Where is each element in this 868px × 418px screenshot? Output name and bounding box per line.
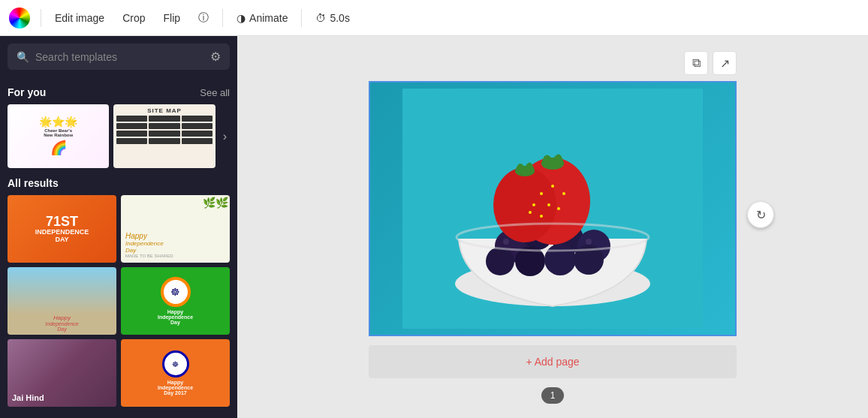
page-number: 1	[550, 390, 556, 401]
text-2017: HappyIndependenceDay 2017	[158, 380, 193, 395]
ashoka-circle: ☸	[161, 277, 191, 307]
svg-point-18	[562, 192, 565, 195]
svg-point-10	[503, 239, 509, 245]
leaves-icon: 🌿🌿	[203, 197, 228, 209]
share-icon: ↗	[720, 56, 730, 71]
template-happy-2017[interactable]: ☸ HappyIndependenceDay 2017	[121, 339, 230, 407]
toolbar-divider-2	[222, 9, 223, 27]
svg-point-15	[493, 167, 556, 242]
add-page-label: + Add page	[526, 356, 579, 368]
template-happy-ind1[interactable]: 🌿🌿 Happy Independence Day MADE TO BE SHA…	[121, 195, 230, 263]
filter-icon[interactable]: ⚙	[210, 50, 221, 64]
for-you-template-row: 🌟⭐🌟 Cheer Bear'sNew Rainbow 🌈 SITE MAP	[8, 104, 230, 168]
sidebar: 🔍 ⚙ For you See all 🌟⭐🌟 Cheer Bear'sNew …	[0, 36, 237, 418]
happy-text-2: HappyIndependenceDay	[158, 309, 193, 325]
clock-icon: ⏱	[315, 12, 326, 24]
ind-text-2: Independence	[125, 240, 164, 247]
canvas-image[interactable]	[369, 81, 737, 336]
sub-text-1: MADE TO BE SHARED	[125, 254, 173, 258]
info-icon: ⓘ	[198, 11, 209, 25]
search-icon: 🔍	[17, 51, 29, 63]
duration-button[interactable]: ⏱ 5.0s	[308, 8, 357, 28]
duplicate-icon: ⧉	[692, 56, 701, 70]
template-jai-hind[interactable]: Jai Hind	[8, 339, 116, 407]
canvas-area: ⧉ ↗	[237, 36, 868, 418]
svg-point-7	[544, 244, 576, 275]
animate-label: Animate	[249, 12, 288, 24]
share-button[interactable]: ↗	[713, 51, 737, 75]
duplicate-button[interactable]: ⧉	[684, 51, 708, 75]
svg-point-9	[486, 247, 514, 275]
svg-point-13	[586, 239, 592, 245]
all-results-title: All results	[8, 177, 59, 189]
ind-number: 71ST	[46, 215, 78, 228]
rainbow-title: Cheer Bear'sNew Rainbow	[44, 128, 73, 137]
flip-button[interactable]: Flip	[156, 8, 188, 28]
color-palette-button[interactable]	[9, 8, 30, 29]
toolbar-divider-1	[41, 9, 41, 27]
search-bar: 🔍 ⚙	[8, 44, 230, 70]
add-page-bar[interactable]: + Add page	[369, 345, 737, 378]
svg-point-22	[529, 211, 532, 214]
wheel-circle: ☸	[162, 350, 189, 377]
search-input[interactable]	[35, 51, 204, 63]
crop-button[interactable]: Crop	[115, 8, 152, 28]
for-you-section-header: For you See all	[8, 86, 230, 98]
svg-point-20	[557, 207, 560, 210]
animate-icon: ◑	[237, 12, 246, 24]
animate-button[interactable]: ◑ Animate	[229, 8, 295, 28]
svg-point-16	[540, 192, 543, 195]
ashoka-wheel: ☸	[170, 286, 180, 298]
template-taj[interactable]: Happy Independence Day	[8, 267, 116, 335]
canvas-wrapper: ⧉ ↗	[369, 51, 737, 378]
template-independence1[interactable]: 71ST INDEPENDENCEDAY	[8, 195, 116, 263]
duration-label: 5.0s	[330, 12, 349, 24]
berry-svg	[402, 89, 703, 329]
sidebar-content: For you See all 🌟⭐🌟 Cheer Bear'sNew Rain…	[0, 77, 237, 418]
rotate-icon: ↻	[756, 208, 766, 222]
jai-hind-text: Jai Hind	[12, 393, 112, 402]
happy-text-1: Happy	[125, 232, 147, 240]
edit-image-button[interactable]: Edit image	[47, 8, 112, 28]
rainbow-graphic: 🌈	[50, 140, 67, 156]
ind-text: INDEPENDENCEDAY	[35, 228, 89, 243]
rainbow-stars: 🌟⭐🌟	[39, 116, 77, 127]
taj-text-block: Happy Independence Day	[45, 314, 78, 332]
rotate-handle[interactable]: ↻	[747, 201, 774, 228]
for-you-title: For you	[8, 86, 46, 98]
svg-point-19	[547, 203, 550, 206]
toolbar: Edit image Crop Flip ⓘ ◑ Animate ⏱ 5.0s	[0, 0, 868, 36]
edit-image-label: Edit image	[55, 12, 104, 24]
flip-label: Flip	[164, 12, 181, 24]
ind-text-3: Day	[125, 247, 136, 254]
wheel-icon: ☸	[172, 360, 179, 368]
svg-point-17	[551, 185, 554, 188]
main-area: 🔍 ⚙ For you See all 🌟⭐🌟 Cheer Bear'sNew …	[0, 36, 868, 418]
toolbar-divider-3	[301, 9, 302, 27]
svg-point-21	[532, 203, 535, 206]
template-happy-ind2[interactable]: ☸ HappyIndependenceDay	[121, 267, 230, 335]
chevron-right-icon[interactable]: ›	[220, 127, 230, 146]
sitemap-title: SITE MAP	[147, 107, 182, 114]
all-results-section-header: All results	[8, 177, 230, 189]
page-indicator: 1	[541, 387, 565, 404]
berry-scene	[370, 83, 735, 335]
template-rainbow[interactable]: 🌟⭐🌟 Cheer Bear'sNew Rainbow 🌈	[8, 104, 109, 168]
svg-point-23	[540, 215, 543, 218]
see-all-link[interactable]: See all	[200, 87, 230, 98]
template-sitemap[interactable]: SITE MAP	[113, 104, 215, 168]
sitemap-grid	[116, 116, 212, 146]
info-button[interactable]: ⓘ	[191, 8, 216, 29]
crop-label: Crop	[122, 12, 145, 24]
all-results-grid: 71ST INDEPENDENCEDAY 🌿🌿 Happy Independen…	[8, 195, 230, 407]
canvas-actions: ⧉ ↗	[369, 51, 737, 75]
